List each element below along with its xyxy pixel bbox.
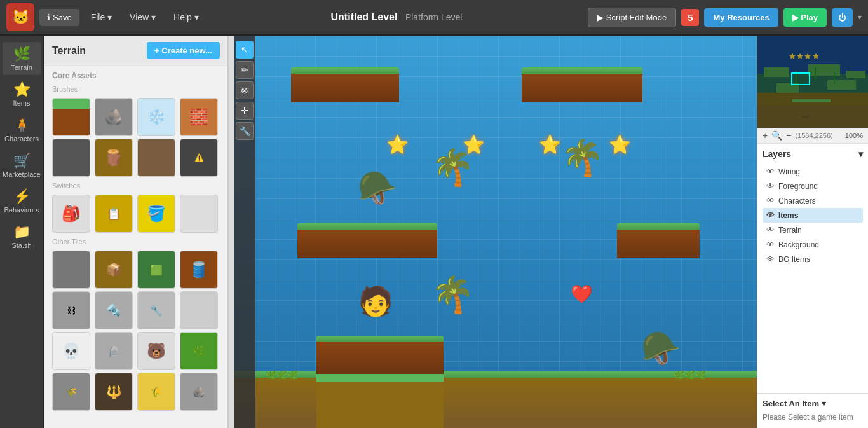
view-menu[interactable]: View ▾: [123, 8, 162, 26]
tool-eraser[interactable]: ⊗: [236, 81, 254, 99]
sidebar-item-marketplace[interactable]: 🛒 Marketplace: [3, 149, 41, 182]
help-label: Help: [173, 12, 192, 22]
power-dropdown-arrow[interactable]: ▾: [858, 13, 862, 22]
help-menu[interactable]: Help ▾: [167, 8, 205, 26]
layer-terrain[interactable]: 👁 Terrain: [763, 223, 863, 237]
sidebar-item-characters[interactable]: 🧍 Characters: [3, 113, 41, 146]
platform-upper-left: [291, 67, 399, 102]
behaviours-label: Behaviours: [4, 206, 39, 214]
right-panel: ⭐ ⭐ ⭐ ⭐ MAP + 🔍 − (1584,2256) 100%: [757, 36, 868, 428]
asset-barrel[interactable]: 🛢️: [180, 251, 218, 289]
create-new-button[interactable]: + Create new...: [147, 42, 220, 59]
sidebar-item-behaviours[interactable]: ⚡ Behaviours: [3, 184, 41, 217]
asset-dark-rock[interactable]: [52, 139, 90, 177]
sidebar-item-stash[interactable]: 📁 Sta.sh: [3, 220, 41, 253]
minimap-coords: (1584,2256): [795, 132, 841, 139]
terrain-label: Terrain: [11, 64, 32, 71]
asset-chain[interactable]: ⛓: [52, 291, 90, 329]
notification-badge[interactable]: 5: [681, 9, 699, 26]
tool-settings[interactable]: 🔧: [236, 122, 254, 140]
asset-stone-tile[interactable]: [52, 251, 90, 289]
layer-bgitems-label: BG Items: [778, 255, 810, 264]
asset-gravestone[interactable]: 🪦: [95, 332, 133, 370]
asset-brick[interactable]: 🧱: [180, 98, 218, 136]
layer-characters[interactable]: 👁 Characters: [763, 193, 863, 208]
brushes-label: Brushes: [44, 83, 227, 95]
tool-move[interactable]: ✛: [236, 102, 254, 120]
minimap-image: ⭐ ⭐ ⭐ ⭐ MAP: [757, 36, 868, 128]
zoom-search-button[interactable]: 🔍: [771, 130, 782, 141]
eye-background[interactable]: 👁: [766, 240, 775, 249]
layer-background-label: Background: [778, 240, 819, 249]
asset-spike[interactable]: 🌾: [52, 373, 90, 411]
select-item-header[interactable]: Select An Item ▾: [763, 399, 863, 408]
canvas-area[interactable]: ↖ ✏ ⊗ ✛ 🔧 🌿🌿🌿 🌿🌿🌿 ⭐ ⭐: [234, 36, 757, 428]
asset-brown-tile[interactable]: [137, 139, 175, 177]
asset-skull[interactable]: 💀: [52, 332, 90, 370]
asset-hay[interactable]: 🌾: [137, 373, 175, 411]
resources-button[interactable]: My Resources: [704, 8, 778, 27]
asset-crate[interactable]: 📦: [95, 251, 133, 289]
eye-characters[interactable]: 👁: [766, 196, 775, 205]
asset-obstacle[interactable]: ⚠️: [180, 139, 218, 177]
sidebar-item-items[interactable]: ⭐ Items: [3, 78, 41, 111]
terrain-blocks: [316, 374, 444, 428]
asset-barrel-switch[interactable]: 🪣: [137, 195, 175, 233]
asset-claw[interactable]: 🔱: [95, 373, 133, 411]
asset-rock[interactable]: 🪨: [95, 98, 133, 136]
layer-wiring[interactable]: 👁 Wiring: [763, 164, 863, 179]
layer-bgitems[interactable]: 👁 BG Items: [763, 252, 863, 266]
heart-item: ❤️: [571, 284, 593, 305]
items-label: Items: [13, 99, 31, 107]
other-tiles-grid: 📦 🟩 🛢️ ⛓ 🔩 🔧 💀 🪦 🐻 🌿 🌾 🔱 🌾 🪨: [44, 248, 227, 413]
characters-icon: 🧍: [13, 117, 31, 134]
tool-select[interactable]: ↖: [236, 41, 254, 59]
view-label: View: [130, 12, 149, 22]
asset-vine[interactable]: 🌿: [180, 332, 218, 370]
app-logo: 🐱: [6, 3, 34, 31]
soldier2-character: 🪖: [641, 333, 681, 364]
layer-items[interactable]: 👁 Items: [763, 208, 863, 223]
asset-grass[interactable]: [52, 98, 90, 136]
asset-bear[interactable]: 🐻: [137, 332, 175, 370]
characters-label: Characters: [4, 135, 39, 142]
tool-pencil[interactable]: ✏: [236, 61, 254, 79]
asset-stone-block[interactable]: 🪨: [180, 373, 218, 411]
layer-foreground[interactable]: 👁 Foreground: [763, 179, 863, 193]
asset-girder[interactable]: 🔧: [137, 291, 175, 329]
stash-icon: 📁: [13, 224, 31, 240]
sidebar-item-terrain[interactable]: 🌿 Terrain: [3, 42, 41, 75]
file-menu[interactable]: File ▾: [85, 8, 118, 26]
save-button[interactable]: ℹ Save: [39, 9, 79, 26]
asset-fence[interactable]: 🔩: [95, 291, 133, 329]
asset-frame[interactable]: [180, 291, 218, 329]
save-icon: ℹ: [47, 13, 50, 22]
eye-bgitems[interactable]: 👁: [766, 254, 775, 264]
eye-terrain[interactable]: 👁: [766, 225, 775, 235]
layer-characters-label: Characters: [778, 197, 816, 205]
asset-empty1[interactable]: [180, 195, 218, 233]
asset-wood[interactable]: 🪵: [95, 139, 133, 177]
script-edit-button[interactable]: ▶ Script Edit Mode: [588, 8, 676, 27]
left-sidebar: 🌿 Terrain ⭐ Items 🧍 Characters 🛒 Marketp…: [0, 36, 44, 428]
select-item-arrow[interactable]: ▾: [822, 399, 826, 408]
layer-items-label: Items: [778, 211, 798, 220]
asset-sign[interactable]: 📋: [95, 195, 133, 233]
asset-panel-header: Terrain + Create new...: [44, 36, 227, 66]
help-arrow: ▾: [194, 12, 199, 22]
asset-bag[interactable]: 🎒: [52, 195, 90, 233]
select-item-panel: Select An Item ▾ Please Select a game it…: [757, 393, 868, 428]
asset-ice[interactable]: ❄️: [137, 98, 175, 136]
layer-background[interactable]: 👁 Background: [763, 237, 863, 252]
power-button[interactable]: ⏻: [832, 8, 853, 27]
eye-foreground[interactable]: 👁: [766, 181, 775, 191]
zoom-out-button[interactable]: −: [786, 130, 791, 141]
layers-dropdown-arrow[interactable]: ▾: [858, 149, 863, 159]
eye-wiring[interactable]: 👁: [766, 167, 775, 176]
minimap-controls: + 🔍 − (1584,2256) 100%: [757, 128, 868, 144]
play-button[interactable]: ▶ Play: [783, 8, 827, 27]
zoom-in-button[interactable]: +: [763, 130, 768, 141]
asset-green-box[interactable]: 🟩: [137, 251, 175, 289]
minimap-overlay: [757, 36, 868, 128]
eye-items[interactable]: 👁: [766, 211, 775, 220]
